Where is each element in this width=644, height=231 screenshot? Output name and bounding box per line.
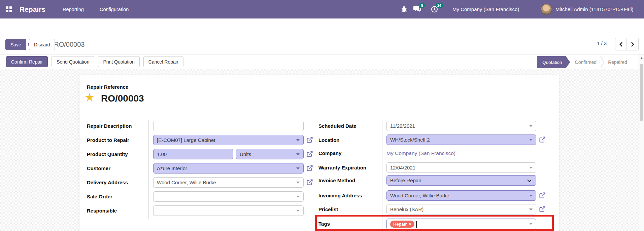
pager-counter: 1 / 3 — [597, 40, 607, 46]
tag-name: Repair — [393, 222, 407, 227]
tag-remove-icon[interactable]: × — [409, 222, 411, 227]
invoicing-address-input[interactable] — [386, 190, 536, 201]
invoicing-address-caret-down-icon[interactable] — [529, 195, 533, 198]
tags-label: Tags — [318, 221, 330, 227]
delivery-address-caret-down-icon[interactable] — [296, 182, 300, 185]
state-separator-chevron — [600, 56, 605, 69]
responsible-caret-down-icon[interactable] — [296, 210, 300, 214]
invoice-method-value: Before Repair — [390, 178, 421, 183]
scheduled-date-input[interactable] — [386, 121, 536, 131]
uom-input[interactable] — [236, 149, 304, 159]
invoice-method-select[interactable]: Before Repair — [386, 175, 536, 186]
pricelist-caret-down-icon[interactable] — [529, 208, 533, 212]
debug-bug-icon[interactable] — [401, 0, 407, 18]
right-column-separator — [382, 120, 382, 231]
delivery-address-external-link-icon[interactable] — [306, 179, 313, 186]
discard-button[interactable]: Discard — [29, 39, 55, 50]
location-external-link-icon[interactable] — [539, 136, 546, 143]
customer-label: Customer — [87, 165, 110, 171]
sale-order-label: Sale Order — [87, 194, 112, 199]
company-label: Company — [318, 150, 341, 156]
warranty-expiration-input[interactable] — [386, 162, 536, 173]
company-value-link[interactable]: My Company (San Francisco) — [386, 150, 455, 156]
menu-configuration[interactable]: Configuration — [100, 0, 129, 18]
delivery-address-label: Delivery Address — [87, 180, 128, 185]
product-to-repair-input[interactable] — [153, 135, 304, 145]
responsible-input[interactable] — [153, 205, 304, 216]
invoice-method-label: Invoice Method — [318, 178, 355, 183]
scrollbar-up-arrow[interactable]: ▲ — [639, 56, 644, 60]
menu-reporting[interactable]: Reporting — [63, 0, 84, 18]
pricelist-external-link-icon[interactable] — [539, 206, 546, 213]
scheduled-date-caret-down-icon[interactable] — [529, 125, 533, 129]
state-confirmed[interactable]: Confirmed — [575, 60, 597, 65]
repair-reference-title: RO/00003 — [101, 93, 144, 104]
location-caret-down-icon[interactable] — [529, 139, 533, 143]
customer-external-link-icon[interactable] — [306, 165, 313, 171]
sale-order-caret-down-icon[interactable] — [296, 196, 300, 199]
pager-next-button[interactable] — [627, 38, 639, 50]
messages-icon[interactable] — [413, 0, 421, 18]
tag-pill: Repair × — [390, 221, 414, 228]
location-input[interactable] — [386, 134, 536, 145]
product-to-repair-caret-down-icon[interactable] — [296, 139, 300, 143]
cancel-repair-button[interactable]: Cancel Repair — [143, 56, 183, 67]
reference-label: Repair Reference — [87, 84, 128, 90]
sale-order-input[interactable] — [153, 191, 304, 202]
top-navbar: Repairs Reporting Configuration 8 24 My … — [0, 0, 644, 18]
warranty-expiration-caret-down-icon[interactable] — [529, 167, 533, 170]
text-cursor — [416, 221, 417, 228]
vertical-scrollbar[interactable]: ▲ — [639, 54, 644, 231]
uom-caret-down-icon[interactable] — [296, 153, 300, 157]
pricelist-input[interactable] — [386, 204, 536, 215]
invoicing-address-external-link-icon[interactable] — [539, 192, 546, 199]
location-label: Location — [318, 137, 340, 143]
send-quotation-button[interactable]: Send Quotation — [52, 56, 94, 67]
breadcrumb-current: RO/00003 — [54, 41, 84, 48]
chevron-left-icon — [619, 42, 623, 47]
product-quantity-label: Product Quantity — [87, 151, 128, 157]
customer-input[interactable] — [153, 163, 304, 174]
activities-badge: 24 — [436, 3, 443, 8]
save-button[interactable]: Save — [5, 39, 26, 50]
delivery-address-input[interactable] — [153, 177, 304, 188]
pricelist-label: Pricelist — [318, 206, 338, 212]
tags-caret-down-icon[interactable] — [529, 223, 533, 227]
app-window: Repairs Reporting Configuration 8 24 My … — [0, 0, 644, 231]
company-switcher[interactable]: My Company (San Francisco) — [452, 0, 519, 18]
invoicing-address-label: Invoicing Address — [318, 193, 362, 198]
product-quantity-input[interactable] — [153, 149, 233, 159]
favorite-star-icon[interactable]: ★ — [84, 91, 95, 103]
avatar[interactable] — [541, 0, 552, 18]
scrollbar-thumb[interactable] — [640, 64, 643, 121]
print-quotation-button[interactable]: Print Quotation — [98, 56, 139, 67]
responsible-label: Responsible — [87, 208, 117, 214]
state-quotation[interactable]: Quotation — [537, 56, 570, 68]
scheduled-date-label: Scheduled Date — [318, 123, 357, 129]
apps-grid-icon[interactable] — [6, 0, 12, 18]
repair-description-input[interactable] — [153, 121, 304, 131]
app-name[interactable]: Repairs — [20, 0, 45, 18]
customer-caret-down-icon[interactable] — [296, 167, 300, 171]
tags-input[interactable]: Repair × — [386, 219, 536, 230]
warranty-expiration-label: Warranty Expiration — [318, 165, 366, 170]
pager-prev-button[interactable] — [615, 38, 627, 50]
user-menu[interactable]: Mitchell Admin (11415701-15-0-all) — [555, 0, 634, 18]
repair-description-label: Repair Description — [87, 123, 132, 129]
product-to-repair-label: Product to Repair — [87, 137, 129, 143]
uom-external-link-icon[interactable] — [306, 151, 313, 157]
confirm-repair-button[interactable]: Confirm Repair — [6, 56, 48, 67]
messages-badge: 8 — [419, 3, 425, 8]
control-panel: Repair Orders / RO/00003 Save Discard 1 … — [0, 18, 644, 54]
chevron-right-icon — [631, 42, 635, 47]
statusbar: Confirm Repair Send Quotation Print Quot… — [0, 54, 644, 69]
left-column-separator — [148, 120, 149, 219]
product-to-repair-external-link-icon[interactable] — [306, 137, 313, 143]
state-repaired[interactable]: Repaired — [608, 60, 627, 65]
